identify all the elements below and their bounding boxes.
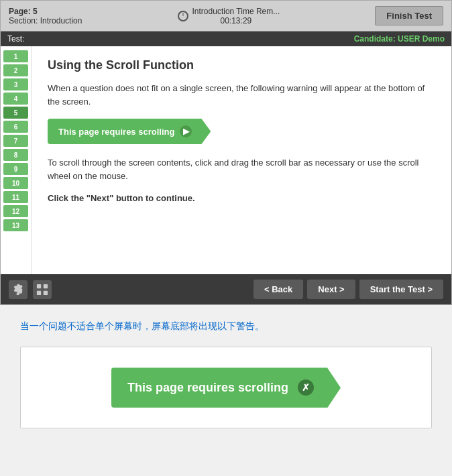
gear-icon	[12, 284, 24, 296]
content-title: Using the Scroll Function	[48, 58, 435, 72]
timer-value: 00:13:29	[192, 16, 280, 25]
content-area: Using the Scroll Function When a questio…	[32, 46, 451, 274]
content-paragraph2: To scroll through the screen contents, c…	[48, 156, 435, 182]
test-header: Page: 5 Section: Introduction Introducti…	[1, 1, 451, 32]
sidebar-item-13[interactable]: 13	[3, 219, 28, 231]
settings-button[interactable]	[9, 280, 27, 299]
sidebar-item-6[interactable]: 6	[3, 121, 28, 133]
header-center: Introduction Time Rem... 00:13:29	[178, 7, 280, 25]
sidebar-item-10[interactable]: 10	[3, 177, 28, 189]
timer: Introduction Time Rem... 00:13:29	[192, 7, 280, 25]
svg-rect-2	[37, 290, 41, 294]
sidebar-item-3[interactable]: 3	[3, 78, 28, 91]
timer-label: Introduction Time Rem...	[192, 7, 280, 16]
next-button[interactable]: Next >	[307, 280, 355, 299]
scroll-warning-icon: ▶	[180, 125, 192, 137]
candidate-info: Candidate: USER Demo	[354, 34, 445, 44]
candidate-name: USER Demo	[398, 34, 445, 44]
svg-rect-3	[44, 290, 48, 294]
test-label: Test:	[7, 34, 24, 44]
below-content: 当一个问题不适合单个屏幕时，屏幕底部将出现以下警告。 This page req…	[0, 305, 452, 442]
sidebar: 1 2 3 4 5 6 7 8 9 10 11 12 13	[1, 46, 32, 274]
header-left: Page: 5 Section: Introduction	[9, 7, 82, 25]
grid-button[interactable]	[33, 280, 52, 299]
test-body: 1 2 3 4 5 6 7 8 9 10 11 12 13 Using the …	[1, 46, 451, 274]
test-container: Page: 5 Section: Introduction Introducti…	[0, 0, 452, 305]
page-number: Page: 5	[9, 7, 82, 16]
large-scroll-warning-text: This page requires scrolling	[127, 381, 288, 395]
scroll-warning-banner: This page requires scrolling ▶	[48, 119, 211, 144]
svg-rect-0	[37, 284, 41, 288]
sidebar-item-2[interactable]: 2	[3, 64, 28, 76]
grid-icon	[36, 284, 48, 296]
chinese-description: 当一个问题不适合单个屏幕时，屏幕底部将出现以下警告。	[20, 318, 432, 333]
section-info: Section: Introduction	[9, 16, 82, 25]
start-test-button[interactable]: Start the Test >	[359, 280, 443, 299]
content-paragraph1: When a question does not fit on a single…	[48, 82, 435, 108]
toolbar-right: < Back Next > Start the Test >	[253, 280, 443, 299]
svg-rect-1	[44, 284, 48, 288]
scroll-warning-text: This page requires scrolling	[58, 127, 174, 137]
sidebar-item-9[interactable]: 9	[3, 163, 28, 175]
sidebar-item-5[interactable]: 5	[3, 107, 28, 119]
sidebar-item-1[interactable]: 1	[3, 50, 28, 62]
content-instruction: Click the "Next" button to continue.	[48, 193, 435, 203]
large-scroll-box: This page requires scrolling ✗	[20, 347, 432, 428]
finish-test-button[interactable]: Finish Test	[375, 6, 443, 25]
sidebar-item-8[interactable]: 8	[3, 149, 28, 161]
back-button[interactable]: < Back	[253, 280, 303, 299]
sidebar-item-11[interactable]: 11	[3, 191, 28, 203]
sidebar-item-7[interactable]: 7	[3, 135, 28, 147]
clock-icon	[178, 11, 188, 21]
toolbar-left	[9, 280, 52, 299]
candidate-label: Candidate:	[354, 34, 396, 44]
test-bar: Test: Candidate: USER Demo	[1, 32, 451, 46]
close-icon: ✗	[298, 379, 314, 396]
sidebar-item-12[interactable]: 12	[3, 205, 28, 217]
sidebar-item-4[interactable]: 4	[3, 93, 28, 105]
large-scroll-warning: This page requires scrolling ✗	[111, 367, 341, 408]
bottom-toolbar: < Back Next > Start the Test >	[1, 274, 451, 304]
